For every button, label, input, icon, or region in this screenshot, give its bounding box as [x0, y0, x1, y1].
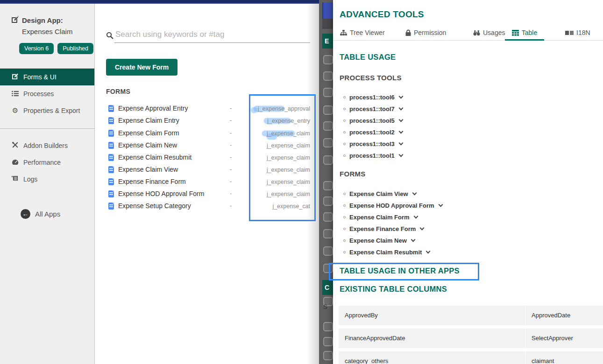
create-new-form-button[interactable]: Create New Form — [106, 59, 177, 76]
list-icon — [11, 90, 19, 98]
bullet-icon — [343, 251, 346, 253]
tab-label: Tree Viewer — [350, 29, 385, 36]
back-arrow-icon: ← — [21, 209, 30, 219]
sidebar: Design App: Expenses Claim Version 6 Pub… — [0, 4, 95, 364]
chevron-down-icon — [398, 141, 403, 146]
search-bar — [106, 28, 310, 43]
form-row: Expense Claim View - j_expense_claim — [95, 164, 319, 176]
sidebar-item-forms-ui[interactable]: Forms & UI — [0, 69, 94, 85]
highlighter-annotation — [251, 107, 257, 113]
process-tool-label: process1::tool2 — [349, 129, 395, 136]
chevron-down-icon — [411, 238, 415, 242]
sidebar-divider — [0, 128, 94, 129]
form-usage-item[interactable]: Expense Claim Resubmit — [343, 246, 430, 258]
form-document-icon — [108, 142, 114, 149]
palette-item — [323, 246, 333, 256]
tab-label: Usages — [483, 29, 505, 36]
form-document-icon — [108, 130, 114, 137]
form-usage-item[interactable]: Expense HOD Approval Form — [343, 200, 442, 211]
sidebar-item-label: Processes — [23, 90, 54, 98]
app-header: Design App: Expenses Claim Version 6 Pub… — [0, 4, 94, 54]
form-usage-item[interactable]: Expense Claim View — [343, 188, 416, 200]
form-name-link[interactable]: Expense Claim View — [118, 166, 178, 173]
all-apps-button[interactable]: ← All Apps — [21, 209, 94, 219]
table-icon — [512, 30, 519, 36]
palette-item — [323, 196, 333, 206]
form-document-icon — [108, 178, 114, 185]
forms-usage-title: FORMS — [340, 170, 366, 178]
logs-icon — [11, 175, 19, 183]
process-tool-item[interactable]: process1::tool5 — [343, 115, 403, 126]
sidebar-item-addon-builders[interactable]: Addon Builders — [0, 137, 94, 154]
chevron-down-icon — [420, 226, 425, 231]
form-description: - — [230, 105, 232, 112]
bullet-icon — [343, 131, 346, 133]
palette-item — [323, 88, 333, 97]
form-row: Expense Approval Entry - j_expense_appro… — [95, 103, 319, 115]
palette-item — [323, 264, 333, 273]
form-usage-item[interactable]: Expense Claim Form — [343, 211, 418, 223]
form-name-link[interactable]: Expense Claim New — [118, 141, 177, 149]
table-usage-other-apps-title: TABLE USAGE IN OTHER APPS — [340, 266, 460, 275]
tab-tree-viewer[interactable]: Tree Viewer — [340, 29, 385, 41]
process-tool-item[interactable]: process1::tool3 — [343, 138, 403, 150]
process-tools-title: PROCESS TOOLS — [340, 74, 402, 82]
sidebar-item-properties-export[interactable]: ⚙ Properties & Export — [0, 102, 94, 119]
form-row: Expense Finance Form - j_expense_claim — [95, 176, 319, 189]
advanced-tools-tabbar: Tree Viewer Permission Usages Table I18N — [333, 26, 603, 41]
form-description: - — [230, 154, 232, 161]
search-input[interactable] — [114, 28, 310, 43]
chevron-down-icon — [398, 106, 403, 111]
tab-permission[interactable]: Permission — [405, 29, 446, 41]
tab-label: Table — [522, 29, 537, 36]
process-tool-item[interactable]: process1::tool6 — [343, 91, 403, 103]
form-document-icon — [108, 105, 114, 112]
sidebar-item-processes[interactable]: Processes — [0, 85, 94, 102]
app-name: Expenses Claim — [11, 25, 94, 35]
table-column-cell: ApprovedDate — [525, 306, 603, 325]
sidebar-item-logs[interactable]: Logs — [0, 171, 94, 188]
obscured-text-fragment: S — [323, 303, 327, 310]
process-tool-item[interactable]: process1::tool2 — [343, 126, 403, 138]
form-usage-label: Expense HOD Approval Form — [349, 202, 434, 209]
obscured-gray-fragment — [322, 19, 333, 29]
tab-table[interactable]: Table — [505, 29, 544, 41]
chevron-down-icon — [426, 249, 431, 254]
form-row: Expense Setup Category - j_expense_cat — [95, 201, 319, 213]
process-tool-label: process1::tool1 — [349, 152, 395, 159]
form-description: - — [230, 178, 232, 185]
form-usage-item[interactable]: Expense Claim New — [343, 235, 415, 246]
form-name-link[interactable]: Expense Approval Entry — [118, 105, 188, 112]
palette-item — [323, 71, 333, 81]
obscured-underlying-panel: E C S — [319, 0, 333, 364]
table-column-cell: FinanceApprovedDate — [339, 329, 525, 348]
chevron-down-icon — [398, 118, 403, 122]
palette-item — [323, 55, 333, 64]
sidebar-item-label: Performance — [23, 159, 61, 166]
form-name-link[interactable]: Expense HOD Approval Form — [118, 190, 204, 197]
tab-i18n[interactable]: I18N — [565, 29, 590, 41]
form-name-link[interactable]: Expense Finance Form — [118, 178, 186, 185]
form-name-link[interactable]: Expense Claim Form — [118, 129, 179, 137]
process-tool-item[interactable]: process1::tool1 — [343, 150, 403, 161]
design-app-label: Design App: — [22, 16, 63, 24]
form-usage-item[interactable]: Expense Finance Form — [343, 223, 424, 235]
tab-usages[interactable]: Usages — [473, 29, 505, 41]
sidebar-item-performance[interactable]: Performance — [0, 154, 94, 171]
form-name-link[interactable]: Expense Claim Entry — [118, 117, 179, 124]
form-row: Expense Claim Resubmit - j_expense_claim — [95, 152, 319, 164]
obscured-blue-fragment — [322, 2, 333, 19]
form-row: Expense Claim Entry - j_expense_entry — [95, 115, 319, 127]
process-tool-item[interactable]: process1::tool7 — [343, 103, 403, 115]
form-usage-label: Expense Claim New — [349, 237, 407, 244]
form-description: - — [230, 117, 232, 124]
sidebar-item-label: Forms & UI — [23, 73, 57, 81]
form-table-name: j_expense_claim — [267, 179, 310, 185]
chevron-down-icon — [438, 203, 443, 207]
table-column-cell: ApprovedBy — [339, 306, 525, 325]
form-name-link[interactable]: Expense Claim Resubmit — [118, 154, 192, 161]
i18n-icon — [565, 31, 574, 35]
binoculars-icon — [473, 30, 480, 36]
chevron-down-icon — [413, 214, 418, 219]
form-name-link[interactable]: Expense Setup Category — [118, 202, 191, 210]
